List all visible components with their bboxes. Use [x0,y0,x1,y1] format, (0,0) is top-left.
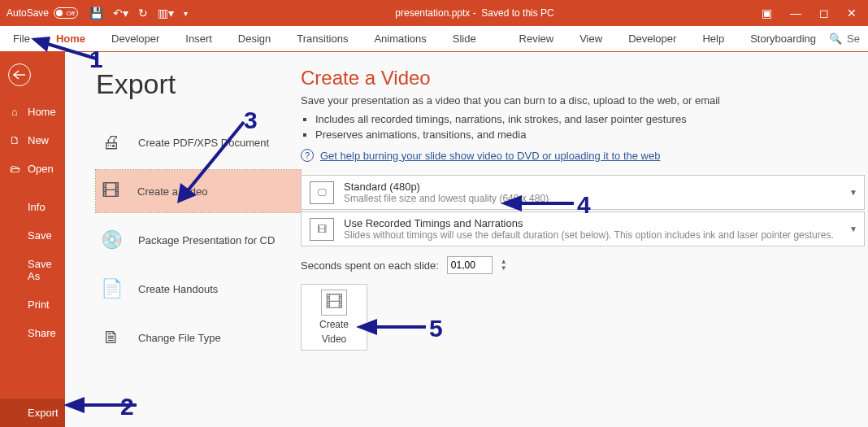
search-icon: 🔍 [829,33,842,45]
autosave-label: AutoSave [7,7,49,19]
handouts-icon: 📄 [99,277,124,301]
sidebar-item-save[interactable]: Save [0,221,65,250]
tab-design[interactable]: Design [225,26,284,52]
chevron-down-icon: ▼ [849,188,857,197]
filetype-icon: 🗎 [99,325,124,350]
back-button[interactable] [8,63,31,86]
undo-icon[interactable]: ↶▾ [113,7,128,20]
timings-icon: 🎞 [310,218,334,241]
create-video-button[interactable]: 🎞 Create Video [301,284,367,351]
quality-dropdown[interactable]: 🖵 Standard (480p) Smallest file size and… [301,175,865,210]
help-link[interactable]: Get help burning your slide show video t… [320,150,660,162]
chevron-down-icon: ▼ [849,224,857,233]
tab-developer[interactable]: Developer [98,26,172,52]
redo-icon[interactable]: ↻ [138,7,148,20]
sidebar-item-info[interactable]: Info [0,193,65,221]
document-title: presentation.pptx - Saved to this PC [188,7,762,19]
export-option-handouts[interactable]: 📄 Create Handouts [96,268,301,310]
cd-icon: 💿 [99,228,124,252]
spinner-down-icon[interactable]: ▼ [501,265,507,272]
autosave-toggle[interactable]: Off [54,7,78,19]
pdf-icon: 🖨 [99,130,124,155]
tab-storyboarding[interactable]: Storyboarding [737,26,829,52]
help-link-row: ? Get help burning your slide show video… [301,149,868,162]
tab-transitions[interactable]: Transitions [284,26,361,52]
quick-access-toolbar: 💾 ↶▾ ↻ ▥▾ ▾ [85,7,188,20]
tab-animations[interactable]: Animations [361,26,439,52]
sidebar-item-share[interactable]: Share [0,319,65,347]
ribbon-options-icon[interactable]: ▣ [762,7,772,20]
maximize-icon[interactable]: ◻ [819,7,829,20]
tab-developer-2[interactable]: Developer [615,26,689,52]
tab-insert[interactable]: Insert [172,26,225,52]
minimize-icon[interactable]: — [790,7,801,20]
ribbon-tabs: File Home Developer Insert Design Transi… [0,26,868,52]
timings-title: Use Recorded Timings and Narrations [344,217,856,229]
document-icon: 🗋 [8,134,21,146]
detail-heading: Create a Video [301,67,868,89]
create-video-icon: 🎞 [321,290,347,316]
quality-title: Standard (480p) [344,181,856,193]
present-icon[interactable]: ▥▾ [158,7,174,20]
sidebar-item-export[interactable]: Export [0,399,65,427]
seconds-label: Seconds spent on each slide: [301,259,439,272]
export-heading: Export [96,68,301,100]
detail-subtitle: Save your presentation as a video that y… [301,94,868,107]
tab-review[interactable]: Review [506,26,567,52]
search-box[interactable]: 🔍 Se [829,33,868,45]
tab-file[interactable]: File [0,26,43,52]
close-icon[interactable]: ✕ [847,7,857,20]
sidebar-item-saveas[interactable]: Save As [0,250,65,290]
back-arrow-icon [13,70,26,80]
tab-home[interactable]: Home [43,26,98,52]
save-icon[interactable]: 💾 [89,7,103,20]
seconds-input[interactable] [447,256,493,274]
folder-icon: 🗁 [8,163,21,175]
seconds-row: Seconds spent on each slide: ▲▼ [301,256,868,274]
backstage-view: ⌂Home 🗋New 🗁Open Info Save Save As Print… [0,52,868,427]
home-icon: ⌂ [8,106,21,118]
sidebar-item-home[interactable]: ⌂Home [0,98,65,126]
export-options-column: Export 🖨 Create PDF/XPS Document 🎞 Creat… [65,52,301,427]
export-option-pdf[interactable]: 🖨 Create PDF/XPS Document [96,121,301,163]
seconds-spinner[interactable]: ▲▼ [501,259,507,272]
window-controls: ▣ — ◻ ✕ [762,7,868,20]
quality-icon: 🖵 [310,181,334,204]
backstage-sidebar: ⌂Home 🗋New 🗁Open Info Save Save As Print… [0,52,65,427]
sidebar-item-open[interactable]: 🗁Open [0,155,65,183]
timings-dropdown[interactable]: 🎞 Use Recorded Timings and Narrations Sl… [301,211,865,246]
sidebar-item-new[interactable]: 🗋New [0,126,65,155]
help-icon: ? [301,149,314,162]
tab-slideshow[interactable]: Slide Show [440,26,506,52]
title-bar: AutoSave Off 💾 ↶▾ ↻ ▥▾ ▾ presentation.pp… [0,0,868,26]
detail-bullets: Includes all recorded timings, narration… [315,113,868,141]
export-detail-column: Create a Video Save your presentation as… [301,52,868,427]
timings-sub: Slides without timings will use the defa… [344,229,856,241]
autosave-control[interactable]: AutoSave Off [0,7,85,19]
export-option-filetype[interactable]: 🗎 Change File Type [96,316,301,359]
export-option-video[interactable]: 🎞 Create a Video [96,170,301,212]
video-icon: 🎞 [98,179,123,203]
quality-sub: Smallest file size and lowest quality (6… [344,193,856,204]
export-option-cd[interactable]: 💿 Package Presentation for CD [96,219,301,261]
sidebar-item-print[interactable]: Print [0,290,65,319]
tab-help[interactable]: Help [689,26,737,52]
tab-view[interactable]: View [566,26,615,52]
export-content: Export 🖨 Create PDF/XPS Document 🎞 Creat… [65,52,868,427]
